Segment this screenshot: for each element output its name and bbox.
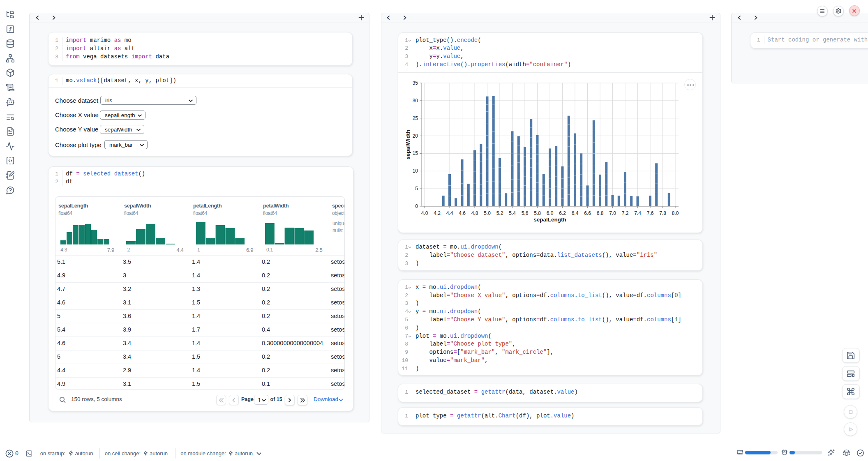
svg-text:5.4: 5.4	[509, 210, 516, 216]
svg-text:35: 35	[413, 80, 418, 86]
svg-text:25: 25	[413, 115, 418, 121]
svg-text:4.4: 4.4	[446, 210, 453, 216]
svg-text:7.8: 7.8	[659, 210, 666, 216]
svg-text:6.4: 6.4	[572, 210, 579, 216]
svg-text:5.6: 5.6	[522, 210, 529, 216]
svg-text:sepalLength: sepalLength	[533, 217, 566, 223]
svg-text:4.6: 4.6	[459, 210, 466, 216]
svg-text:15: 15	[413, 150, 418, 156]
svg-text:4.8: 4.8	[471, 210, 478, 216]
svg-text:10: 10	[413, 168, 418, 174]
svg-text:7.4: 7.4	[634, 210, 641, 216]
svg-text:8.0: 8.0	[672, 210, 679, 216]
svg-text:7.6: 7.6	[647, 210, 654, 216]
svg-text:6.0: 6.0	[547, 210, 554, 216]
svg-text:4.0: 4.0	[421, 210, 428, 216]
svg-text:30: 30	[413, 98, 418, 104]
svg-text:5.0: 5.0	[484, 210, 491, 216]
svg-text:5.8: 5.8	[534, 210, 541, 216]
svg-text:6.8: 6.8	[597, 210, 604, 216]
svg-text:5.2: 5.2	[496, 210, 503, 216]
svg-text:7.0: 7.0	[609, 210, 616, 216]
svg-text:5: 5	[415, 186, 418, 191]
svg-text:6.2: 6.2	[559, 210, 566, 216]
svg-text:sepalWidth: sepalWidth	[405, 130, 411, 159]
svg-text:20: 20	[413, 133, 418, 139]
svg-text:7.2: 7.2	[622, 210, 629, 216]
svg-text:4.2: 4.2	[434, 210, 441, 216]
svg-text:0: 0	[415, 203, 418, 209]
svg-text:6.6: 6.6	[584, 210, 591, 216]
